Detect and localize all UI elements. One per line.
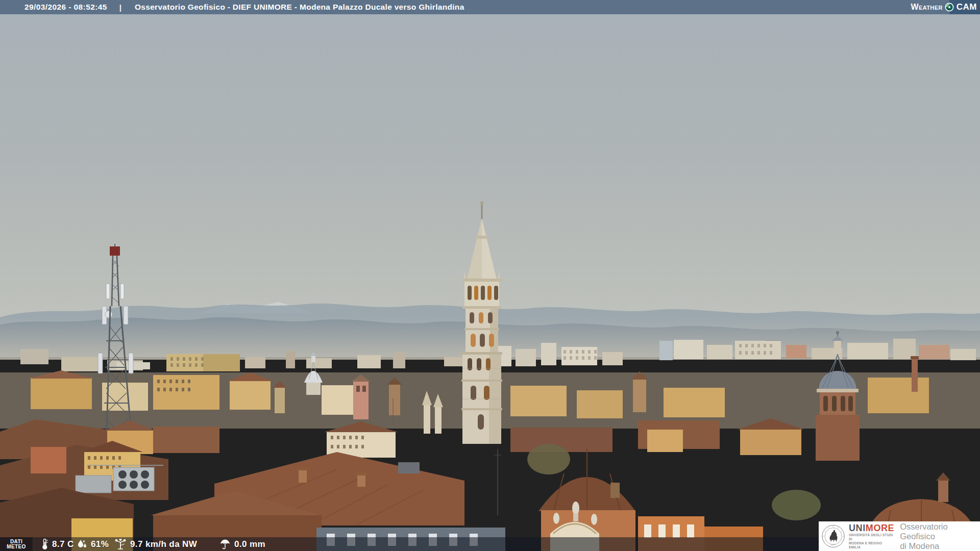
humidity-drops-icon bbox=[77, 539, 87, 549]
rain-value: 0.0 mm bbox=[234, 539, 265, 549]
webcam-frame: 29/03/2026 - 08:52:45 | Osservatorio Geo… bbox=[0, 0, 980, 551]
cityscape-photo bbox=[0, 0, 980, 551]
weathercam-lens-icon bbox=[945, 3, 954, 12]
weathercam-logo-cam: CAM bbox=[949, 0, 980, 14]
weathercam-logo-word: Weather bbox=[911, 3, 942, 12]
thermometer-icon bbox=[41, 538, 48, 550]
header-bar: 29/03/2026 - 08:52:45 | Osservatorio Geo… bbox=[0, 0, 980, 15]
humidity-value: 61% bbox=[91, 539, 109, 549]
wind-value: 9.7 km/h da NW bbox=[130, 539, 197, 549]
observatory-name: Osservatorio Geofisico di Modena bbox=[900, 522, 980, 551]
observatory-line2: di Modena bbox=[900, 541, 980, 551]
unimore-seal-icon: 1175 bbox=[821, 523, 845, 549]
umbrella-icon bbox=[219, 539, 231, 549]
unimore-credits-box: 1175 UNIMORE UNIVERSITÀ DEGLI STUDI DI M… bbox=[819, 521, 980, 551]
header-separator: | bbox=[119, 3, 121, 12]
unimore-wordmark: UNIMORE bbox=[849, 523, 895, 533]
rain-metric: 0.0 mm bbox=[219, 537, 265, 551]
seal-year: 1175 bbox=[831, 543, 836, 546]
weathercam-logo: Weather CAM bbox=[911, 0, 980, 14]
unimore-wordmark-block: UNIMORE UNIVERSITÀ DEGLI STUDI DI MODENA… bbox=[849, 523, 895, 549]
unimore-more: MORE bbox=[866, 523, 894, 533]
university-line2: MODENA E REGGIO EMILIA bbox=[849, 541, 895, 549]
humidity-metric: 61% bbox=[77, 537, 109, 551]
university-line1: UNIVERSITÀ DEGLI STUDI DI bbox=[849, 533, 895, 541]
observatory-line1: Osservatorio Geofisico bbox=[900, 522, 980, 541]
dati-meteo-line2: METEO bbox=[7, 544, 26, 549]
temperature-metric: 8.7 C bbox=[41, 537, 74, 551]
temperature-value: 8.7 C bbox=[52, 539, 74, 549]
dati-meteo-line1: DATI bbox=[10, 539, 22, 544]
page-title: Osservatorio Geofisico - DIEF UNIMORE - … bbox=[135, 3, 464, 12]
unimore-uni: UNI bbox=[849, 523, 866, 533]
anemometer-icon bbox=[114, 539, 127, 550]
timestamp: 29/03/2026 - 08:52:45 bbox=[24, 3, 107, 12]
dati-meteo-label: DATI METEO bbox=[0, 537, 33, 551]
wind-metric: 9.7 km/h da NW bbox=[114, 537, 197, 551]
